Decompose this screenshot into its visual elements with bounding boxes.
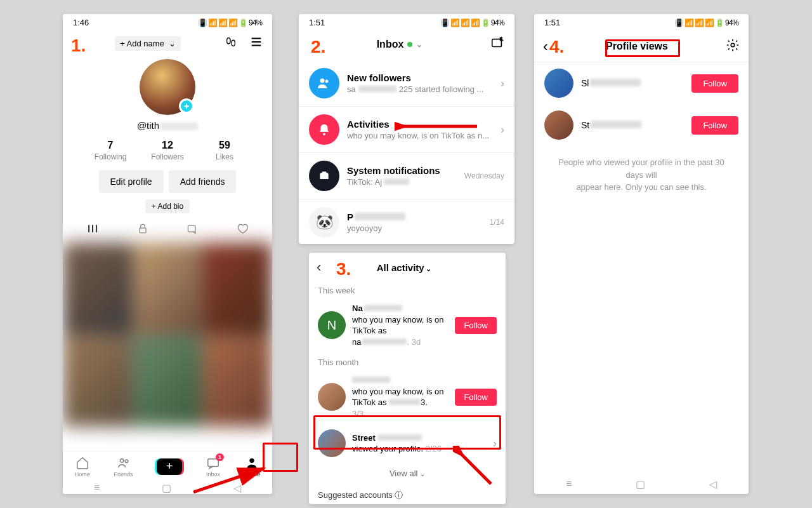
svg-rect-9	[188, 225, 196, 232]
new-chat-icon[interactable]	[490, 36, 504, 53]
section-month: This month	[309, 352, 506, 370]
nav-home[interactable]: Home	[75, 456, 90, 478]
inbox-header: Inbox⌄	[299, 29, 514, 60]
row-time: 1/14	[490, 218, 504, 227]
inbox-title[interactable]: Inbox⌄	[377, 39, 423, 50]
followers-icon	[309, 68, 339, 98]
avatar	[318, 383, 346, 411]
arrow-to-activities	[395, 119, 483, 134]
home-icon[interactable]: ▢	[636, 478, 645, 490]
svg-line-14	[193, 469, 263, 492]
nav-create[interactable]: +	[157, 458, 182, 475]
avatar: N	[318, 311, 346, 339]
inbox-row-followers[interactable]: New followerssa225 started following ...…	[299, 60, 514, 106]
chat-avatar: 🐼	[309, 207, 339, 237]
gear-icon[interactable]	[726, 38, 740, 55]
status-icons: 📳📶📶📶🔋94%	[674, 18, 738, 27]
svg-point-11	[125, 459, 128, 462]
time: 1:51	[309, 18, 325, 27]
step-1-label: 1.	[71, 36, 86, 56]
viewer-row[interactable]: Sl Follow	[534, 62, 749, 104]
screenshot-profile-views: 1:51 📳📶📶📶🔋94% ‹ Profile views Sl Follow …	[534, 14, 749, 494]
footprint-icon[interactable]	[224, 35, 238, 51]
back-icon[interactable]: ◁	[709, 478, 717, 490]
follow-button[interactable]: Follow	[691, 74, 738, 93]
android-navbar: ≡ ▢ ◁	[534, 478, 749, 490]
time: 1:51	[544, 18, 560, 27]
inbox-row-system[interactable]: System notificationsTikTok: Aj Wednesday	[299, 152, 514, 199]
statusbar: 1:51 📳📶📶📶🔋94%	[299, 14, 514, 29]
avatar	[544, 69, 573, 98]
online-dot-icon	[407, 42, 412, 47]
follow-button[interactable]: Follow	[455, 389, 497, 406]
arrow-to-view	[453, 446, 497, 490]
add-bio-button[interactable]: + Add bio	[145, 199, 190, 213]
stat-likes[interactable]: 59Likes	[196, 140, 253, 161]
video-grid[interactable]	[63, 243, 272, 427]
status-icons: 📳📶📶📶🔋94%	[440, 18, 504, 27]
tab-grid-icon[interactable]	[86, 222, 99, 237]
tab-repost-icon[interactable]	[186, 222, 199, 237]
menu-icon[interactable]	[249, 35, 263, 51]
step-2-label: 2.	[311, 37, 325, 57]
add-name-button[interactable]: + Add name ⌄	[115, 36, 181, 51]
avatar[interactable]: +	[140, 59, 195, 115]
tab-liked-icon[interactable]	[236, 222, 249, 237]
svg-line-23	[461, 453, 491, 484]
statusbar: 1:46 📳📶📶📶🔋94%	[63, 14, 272, 29]
system-icon	[309, 161, 339, 191]
step-4-label: 4.	[549, 37, 564, 57]
section-week: This week	[309, 281, 506, 298]
follow-button[interactable]: Follow	[455, 317, 497, 334]
follow-button[interactable]: Follow	[691, 116, 738, 135]
username: @tith	[63, 120, 272, 131]
svg-point-19	[325, 80, 329, 83]
svg-point-10	[120, 458, 124, 462]
home-icon[interactable]: ▢	[162, 482, 171, 494]
svg-point-1	[232, 40, 235, 46]
avatar-plus-icon[interactable]: +	[179, 98, 194, 114]
recent-icon[interactable]: ≡	[566, 478, 572, 490]
svg-point-18	[320, 79, 325, 83]
status-icons: 📳📶📶📶🔋94%	[198, 18, 262, 27]
bell-icon	[309, 114, 339, 145]
chevron-right-icon: ›	[501, 123, 504, 137]
recent-icon[interactable]: ≡	[94, 482, 100, 493]
stat-following[interactable]: 7Following	[82, 140, 139, 161]
viewer-row[interactable]: St Follow	[534, 104, 749, 146]
step-3-label: 3.	[336, 259, 351, 279]
svg-rect-21	[322, 171, 327, 173]
svg-point-0	[227, 38, 231, 44]
avatar	[544, 110, 573, 140]
highlight-title	[605, 39, 680, 57]
profile-tabs	[63, 213, 272, 243]
screenshot-profile: 1:46 📳📶📶📶🔋94% + Add name ⌄ + @tith 7Foll…	[63, 14, 272, 494]
chevron-right-icon: ›	[501, 77, 504, 90]
back-icon[interactable]: ‹	[543, 37, 548, 55]
add-friends-button[interactable]: Add friends	[169, 170, 237, 193]
arrow-to-inbox	[190, 464, 273, 495]
activity-row-suggestion[interactable]: N Nawho you may know, is onTikTok asna. …	[309, 298, 506, 352]
stats-row: 7Following 12Followers 59Likes	[63, 140, 272, 161]
inbox-row-chat[interactable]: 🐼 Pyoyooyoy 1/14	[299, 199, 514, 244]
avatar-section: + @tith	[63, 55, 272, 131]
inbox-badge: 1	[216, 453, 224, 461]
nav-friends[interactable]: Friends	[114, 456, 133, 478]
back-icon[interactable]: ‹	[317, 259, 321, 276]
stat-followers[interactable]: 12Followers	[139, 140, 196, 161]
svg-point-24	[731, 43, 735, 47]
tab-lock-icon[interactable]	[136, 222, 149, 237]
statusbar: 1:51 📳📶📶📶🔋94%	[534, 14, 749, 29]
time: 1:46	[73, 18, 89, 27]
svg-point-20	[323, 133, 325, 136]
edit-profile-button[interactable]: Edit profile	[99, 170, 164, 193]
row-time: Wednesday	[464, 171, 504, 180]
highlight-profile-view	[313, 415, 501, 450]
svg-rect-8	[140, 228, 146, 233]
svg-point-13	[250, 458, 254, 462]
hint-text: People who viewed your profile in the pa…	[534, 146, 749, 204]
